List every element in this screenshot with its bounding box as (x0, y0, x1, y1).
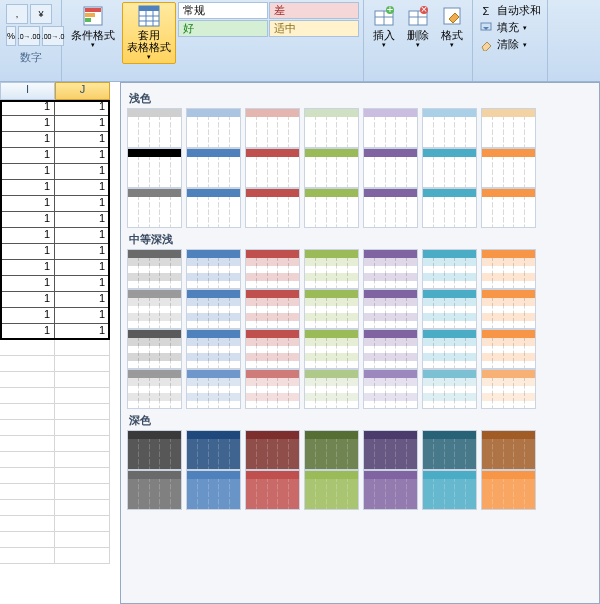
table-style-swatch[interactable] (481, 369, 536, 409)
table-style-swatch[interactable] (422, 329, 477, 369)
table-style-swatch[interactable] (481, 470, 536, 510)
cell[interactable] (55, 532, 110, 548)
col-I[interactable]: I (0, 82, 55, 100)
table-style-swatch[interactable] (245, 329, 300, 369)
table-style-swatch[interactable] (363, 430, 418, 470)
table-style-swatch[interactable] (127, 289, 182, 329)
clear-button[interactable]: 清除 ▾ (479, 36, 541, 53)
table-style-swatch[interactable] (422, 289, 477, 329)
cell[interactable] (55, 388, 110, 404)
table-style-swatch[interactable] (245, 430, 300, 470)
table-style-swatch[interactable] (304, 329, 359, 369)
cell[interactable] (55, 340, 110, 356)
cell[interactable] (55, 484, 110, 500)
currency-style-button[interactable]: ¥ (30, 4, 52, 24)
table-style-swatch[interactable] (245, 108, 300, 148)
col-J[interactable]: J (55, 82, 110, 100)
cell[interactable]: 1 (55, 132, 110, 148)
decrease-decimal-button[interactable]: .00→.0 (42, 26, 64, 46)
table-style-swatch[interactable] (304, 470, 359, 510)
table-style-swatch[interactable] (127, 249, 182, 289)
table-style-swatch[interactable] (127, 329, 182, 369)
cell[interactable] (0, 436, 55, 452)
cell[interactable]: 1 (0, 292, 55, 308)
table-style-swatch[interactable] (481, 108, 536, 148)
cell[interactable]: 1 (55, 324, 110, 340)
autosum-button[interactable]: Σ 自动求和 (479, 2, 541, 19)
table-style-swatch[interactable] (363, 148, 418, 188)
table-style-swatch[interactable] (186, 188, 241, 228)
table-style-swatch[interactable] (186, 249, 241, 289)
table-style-swatch[interactable] (363, 369, 418, 409)
cell[interactable]: 1 (0, 164, 55, 180)
cell[interactable]: 1 (55, 180, 110, 196)
cell[interactable]: 1 (0, 196, 55, 212)
cell[interactable]: 1 (55, 244, 110, 260)
conditional-formatting-button[interactable]: 条件格式 ▾ (66, 2, 120, 52)
table-style-swatch[interactable] (186, 108, 241, 148)
table-style-swatch[interactable] (245, 188, 300, 228)
cell[interactable]: 1 (55, 164, 110, 180)
table-style-swatch[interactable] (245, 289, 300, 329)
table-style-swatch[interactable] (186, 470, 241, 510)
table-style-swatch[interactable] (422, 470, 477, 510)
insert-cells-button[interactable]: + 插入 ▾ (368, 2, 400, 52)
style-good[interactable]: 好 (178, 20, 268, 37)
cell[interactable] (55, 420, 110, 436)
cell[interactable] (55, 548, 110, 564)
cell[interactable]: 1 (0, 260, 55, 276)
table-style-swatch[interactable] (245, 470, 300, 510)
cell[interactable] (55, 452, 110, 468)
cell[interactable]: 1 (55, 100, 110, 116)
cell[interactable] (0, 468, 55, 484)
cell[interactable] (0, 420, 55, 436)
cell[interactable]: 1 (55, 276, 110, 292)
cell[interactable]: 1 (55, 148, 110, 164)
worksheet-grid[interactable]: I J 111111111111111111111111111111 (0, 82, 120, 564)
table-style-swatch[interactable] (127, 188, 182, 228)
cell[interactable] (0, 532, 55, 548)
cell[interactable]: 1 (0, 244, 55, 260)
cell[interactable] (0, 516, 55, 532)
table-style-swatch[interactable] (304, 430, 359, 470)
cell[interactable] (0, 388, 55, 404)
format-cells-button[interactable]: 格式 ▾ (436, 2, 468, 52)
cell[interactable] (0, 372, 55, 388)
cell[interactable]: 1 (0, 180, 55, 196)
table-style-swatch[interactable] (363, 470, 418, 510)
table-style-swatch[interactable] (363, 108, 418, 148)
cell[interactable] (55, 500, 110, 516)
table-style-swatch[interactable] (304, 188, 359, 228)
table-style-swatch[interactable] (127, 108, 182, 148)
table-style-swatch[interactable] (304, 148, 359, 188)
fill-button[interactable]: 填充 ▾ (479, 19, 541, 36)
table-style-swatch[interactable] (422, 369, 477, 409)
style-bad[interactable]: 差 (269, 2, 359, 19)
table-style-swatch[interactable] (481, 430, 536, 470)
table-style-swatch[interactable] (127, 148, 182, 188)
table-style-swatch[interactable] (481, 249, 536, 289)
table-style-swatch[interactable] (363, 249, 418, 289)
cell[interactable] (0, 548, 55, 564)
delete-cells-button[interactable]: × 删除 ▾ (402, 2, 434, 52)
cell[interactable]: 1 (55, 260, 110, 276)
table-style-swatch[interactable] (186, 369, 241, 409)
comma-style-button[interactable]: , (6, 4, 28, 24)
table-style-swatch[interactable] (245, 148, 300, 188)
table-style-swatch[interactable] (304, 249, 359, 289)
cell[interactable] (0, 500, 55, 516)
table-style-swatch[interactable] (127, 430, 182, 470)
cell[interactable] (55, 372, 110, 388)
cell[interactable] (55, 356, 110, 372)
cell[interactable]: 1 (0, 100, 55, 116)
table-style-swatch[interactable] (304, 369, 359, 409)
cell[interactable]: 1 (55, 116, 110, 132)
table-style-swatch[interactable] (127, 470, 182, 510)
table-style-swatch[interactable] (186, 148, 241, 188)
increase-decimal-button[interactable]: .0→.00 (18, 26, 40, 46)
table-style-swatch[interactable] (481, 188, 536, 228)
table-style-swatch[interactable] (481, 148, 536, 188)
cell[interactable]: 1 (55, 292, 110, 308)
table-style-swatch[interactable] (127, 369, 182, 409)
table-style-swatch[interactable] (186, 329, 241, 369)
